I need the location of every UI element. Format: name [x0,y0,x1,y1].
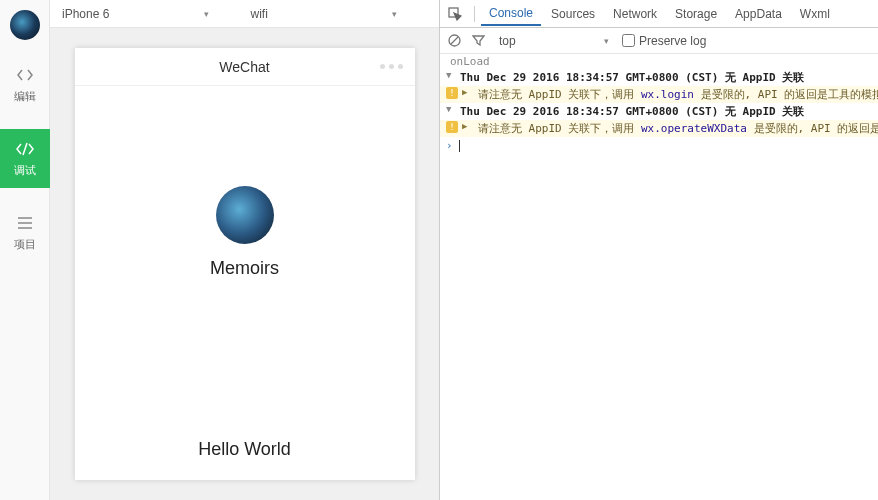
phone-body: Memoirs Hello World [75,86,415,480]
sidebar-item-project[interactable]: 项目 [0,203,50,262]
text-cursor [459,140,460,152]
devtools-panel: Console Sources Network Storage AppData … [439,0,878,500]
code-icon [16,65,34,85]
preserve-log-checkbox[interactable]: Preserve log [622,34,706,48]
debug-icon [15,139,35,159]
preserve-label: Preserve log [639,34,706,48]
dot-icon [389,64,394,69]
preview-area: WeChat Memoirs Hello World [50,28,439,500]
sidebar-item-edit[interactable]: 编辑 [0,55,50,114]
tab-console[interactable]: Console [481,2,541,26]
sidebar-item-label: 项目 [14,237,36,252]
console-filterbar: top ▾ Preserve log [440,28,878,54]
username-text: Memoirs [210,258,279,279]
sidebar-item-label: 调试 [14,163,36,178]
network-dropdown[interactable]: wifi ▾ [245,5,404,23]
sidebar-item-debug[interactable]: 调试 [0,129,50,188]
prompt-caret-icon: › [446,139,453,152]
tab-appdata[interactable]: AppData [727,3,790,25]
console-warn-line: !▶请注意无 AppID 关联下，调用 wx.login 是受限的, API 的… [440,86,878,103]
dot-icon [380,64,385,69]
avatar-small[interactable] [10,10,40,40]
preserve-checkbox[interactable] [622,34,635,47]
inspect-icon[interactable] [446,5,464,23]
console-prompt[interactable]: › [440,137,878,154]
console-output[interactable]: onLoad Thu Dec 29 2016 18:34:57 GMT+0800… [440,54,878,500]
filter-icon[interactable] [470,33,486,49]
devtools-tabbar: Console Sources Network Storage AppData … [440,0,878,28]
sidebar: 编辑 调试 项目 [0,0,50,500]
chevron-down-icon: ▾ [604,36,609,46]
tab-network[interactable]: Network [605,3,665,25]
console-log-line: Thu Dec 29 2016 18:34:57 GMT+0800 (CST) … [440,69,878,86]
console-warn-line: !▶请注意无 AppID 关联下，调用 wx.operateWXData 是受限… [440,120,878,137]
device-label: iPhone 6 [62,7,109,21]
context-dropdown[interactable]: top ▾ [494,32,614,50]
warning-icon: ! [446,121,458,133]
menu-icon [17,213,33,233]
chevron-down-icon: ▾ [392,9,397,19]
app-title: WeChat [219,59,269,75]
tab-sources[interactable]: Sources [543,3,603,25]
network-label: wifi [251,7,268,21]
sidebar-item-label: 编辑 [14,89,36,104]
phone-header: WeChat [75,48,415,86]
context-label: top [499,34,516,48]
avatar-large[interactable] [216,186,274,244]
console-log-line: Thu Dec 29 2016 18:34:57 GMT+0800 (CST) … [440,103,878,120]
chevron-down-icon: ▾ [204,9,209,19]
expand-icon[interactable]: ▶ [462,87,467,97]
separator [474,6,475,22]
phone-frame: WeChat Memoirs Hello World [75,48,415,480]
phone-menu-dots[interactable] [380,64,403,69]
tab-wxml[interactable]: Wxml [792,3,838,25]
expand-icon[interactable]: ▶ [462,121,467,131]
console-log-onload: onLoad [440,54,878,69]
clear-console-icon[interactable] [446,33,462,49]
device-dropdown[interactable]: iPhone 6 ▾ [56,5,215,23]
preview-toolbar: iPhone 6 ▾ wifi ▾ [50,0,439,28]
hello-text: Hello World [198,439,291,460]
tab-storage[interactable]: Storage [667,3,725,25]
warning-icon: ! [446,87,458,99]
dot-icon [398,64,403,69]
